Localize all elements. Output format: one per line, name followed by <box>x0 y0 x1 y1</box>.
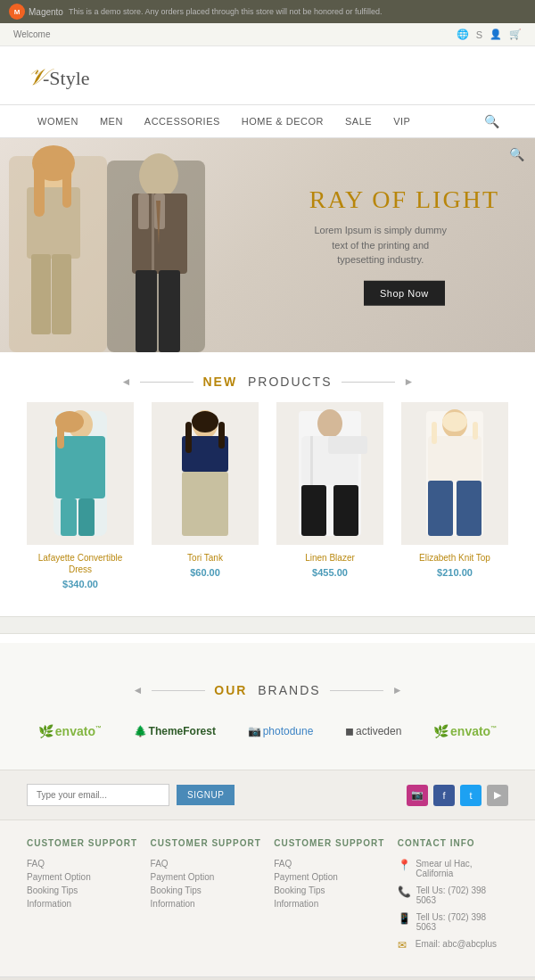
email-icon: ✉ <box>398 939 410 951</box>
cart-icon[interactable]: 🛒 <box>509 29 522 40</box>
product-card-3[interactable]: Linen Blazer $455.00 <box>276 402 383 589</box>
contact-address: 📍 Smear ul Hac, California <box>398 859 508 878</box>
address-text: Smear ul Hac, California <box>416 859 508 878</box>
shop-now-button[interactable]: Shop Now <box>364 280 445 305</box>
product-name-4: Elizabeth Knit Top <box>401 552 508 564</box>
logo-v: 𝒱 <box>27 64 43 90</box>
copyright-bar: © 2014 Madison Island. All Rights Reserv… <box>0 976 535 980</box>
welcome-icons: 🌐 S 👤 🛒 <box>457 29 522 40</box>
footer-link-faq-1[interactable]: FAQ <box>27 859 137 869</box>
activeden-icon: ◼ <box>345 725 354 737</box>
svg-rect-11 <box>152 194 154 274</box>
svg-rect-34 <box>301 485 326 536</box>
nav-men[interactable]: MEN <box>89 107 134 136</box>
svg-rect-23 <box>57 422 64 449</box>
brand-themeforest[interactable]: 🌲 ThemeForest <box>134 725 216 737</box>
product-fig-1-svg <box>27 402 134 545</box>
nav-accessories[interactable]: ACCESSORIES <box>134 107 231 136</box>
instagram-icon[interactable]: 📷 <box>407 785 428 806</box>
footer-link-payment-2[interactable]: Payment Option <box>151 872 261 882</box>
brand-activeden[interactable]: ◼ activeden <box>345 725 401 737</box>
demo-message: This is a demo store. Any orders placed … <box>69 7 526 16</box>
svg-rect-20 <box>61 498 77 536</box>
top-bar: M Magento This is a demo store. Any orde… <box>0 0 535 23</box>
navigation: WOMEN MEN ACCESSORIES HOME & DECOR SALE … <box>0 104 535 138</box>
product-price-4: $210.00 <box>401 567 508 578</box>
products-label: PRODUCTS <box>248 375 333 389</box>
gray-separator <box>0 616 535 634</box>
nav-vip[interactable]: VIP <box>383 107 421 136</box>
nav-sale[interactable]: SALE <box>334 107 383 136</box>
youtube-icon[interactable]: ▶ <box>487 785 508 806</box>
divider-right <box>342 382 395 383</box>
globe-icon[interactable]: 🌐 <box>457 29 469 40</box>
brands-divider-left <box>152 690 205 691</box>
welcome-bar: Welcome 🌐 S 👤 🛒 <box>0 23 535 46</box>
contact-phone1: 📞 Tell Us: (702) 398 5063 <box>398 885 508 905</box>
footer-col-2: CUSTOMER SUPPORT FAQ Payment Option Book… <box>151 838 261 959</box>
user-icon[interactable]: 👤 <box>490 29 502 40</box>
product-card-4[interactable]: Elizabeth Knit Top $210.00 <box>401 402 508 589</box>
footer-link-payment-3[interactable]: Payment Option <box>274 872 384 882</box>
footer-link-info-1[interactable]: Information <box>27 899 137 909</box>
product-card-1[interactable]: Lafayette Convertible Dress $340.00 <box>27 402 134 589</box>
brands-label: BRANDS <box>258 683 320 697</box>
product-price-1: $340.00 <box>27 579 134 589</box>
hero-content: RAY OF LIGHT Lorem Ipsum is simply dummy… <box>309 185 499 306</box>
brand-envato-1[interactable]: 🌿 envato™ <box>38 724 102 738</box>
svg-rect-30 <box>218 422 225 449</box>
product-fig-4-svg <box>401 402 508 545</box>
facebook-icon[interactable]: f <box>433 785 455 806</box>
phone2-icon: 📱 <box>398 912 411 925</box>
product-price-3: $455.00 <box>276 567 383 578</box>
brands-title: OUR BRANDS <box>214 683 320 697</box>
footer-link-payment-1[interactable]: Payment Option <box>27 872 137 882</box>
brand-envato-2[interactable]: 🌿 envato™ <box>433 724 497 738</box>
brand-photodune[interactable]: 📷 photodune <box>248 725 314 737</box>
footer-link-faq-2[interactable]: FAQ <box>151 859 261 869</box>
hero-search-icon[interactable]: 🔍 <box>509 147 524 161</box>
currency-icon[interactable]: S <box>476 29 482 40</box>
svg-rect-27 <box>182 472 228 536</box>
svg-rect-35 <box>333 485 358 536</box>
brands-right-arrow: ► <box>392 684 403 696</box>
brands-section: ◄ OUR BRANDS ► 🌿 envato™ 🌲 ThemeForest 📷… <box>0 643 535 770</box>
footer-title-2: CUSTOMER SUPPORT <box>151 838 261 848</box>
footer-col-contact: CONTACT INFO 📍 Smear ul Hac, California … <box>398 838 508 959</box>
product-img-3 <box>276 402 383 545</box>
right-arrow-icon: ► <box>404 375 415 388</box>
search-icon[interactable]: 🔍 <box>475 105 508 137</box>
svg-point-32 <box>317 409 342 438</box>
footer-link-booking-2[interactable]: Booking Tips <box>151 885 261 895</box>
svg-point-43 <box>442 412 467 432</box>
footer-title-1: CUSTOMER SUPPORT <box>27 838 137 848</box>
newsletter-form: SIGNUP <box>27 784 235 806</box>
footer: CUSTOMER SUPPORT FAQ Payment Option Book… <box>0 819 535 976</box>
svg-rect-15 <box>159 270 180 352</box>
footer-link-faq-3[interactable]: FAQ <box>274 859 384 869</box>
brand-envato2-label: envato™ <box>450 724 497 738</box>
product-fig-2-svg <box>152 402 259 545</box>
brand-forest-label: ThemeForest <box>149 725 216 737</box>
svg-rect-36 <box>310 436 313 485</box>
footer-link-booking-3[interactable]: Booking Tips <box>274 885 384 895</box>
footer-link-info-2[interactable]: Information <box>151 899 261 909</box>
svg-rect-41 <box>428 481 453 536</box>
signup-button[interactable]: SIGNUP <box>177 785 235 805</box>
svg-rect-44 <box>432 422 437 444</box>
footer-link-booking-1[interactable]: Booking Tips <box>27 885 137 895</box>
svg-rect-7 <box>62 163 71 208</box>
product-card-2[interactable]: Tori Tank $60.00 <box>152 402 259 589</box>
welcome-text: Welcome <box>13 29 51 39</box>
product-name-1: Lafayette Convertible Dress <box>27 552 134 575</box>
email-input[interactable] <box>27 784 169 806</box>
nav-women[interactable]: WOMEN <box>27 107 89 136</box>
nav-home-decor[interactable]: HOME & DECOR <box>231 107 334 136</box>
site-logo[interactable]: 𝒱-Style <box>27 64 508 91</box>
twitter-icon[interactable]: t <box>460 785 482 806</box>
product-fig-3-svg <box>276 402 383 545</box>
magento-label: Magento <box>29 7 63 17</box>
footer-link-info-3[interactable]: Information <box>274 899 384 909</box>
svg-rect-14 <box>136 270 157 352</box>
products-grid: Lafayette Convertible Dress $340.00 Tori… <box>0 402 535 607</box>
